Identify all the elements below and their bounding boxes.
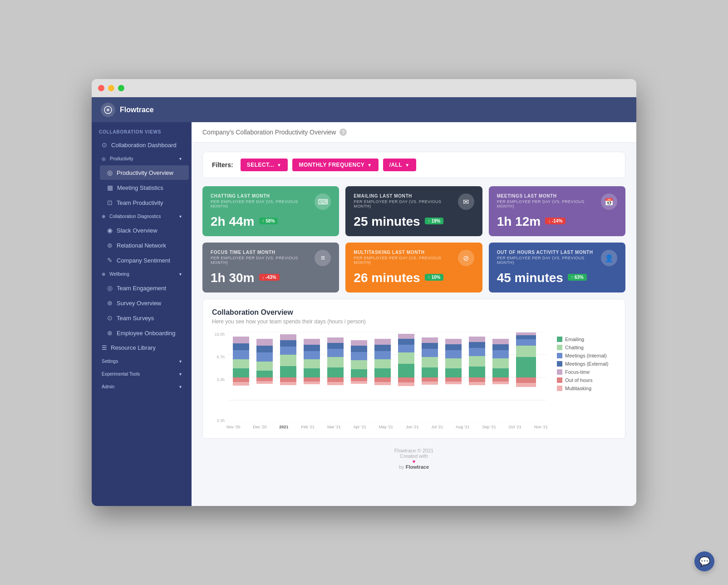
sidebar-item-productivity-overview[interactable]: ◎ Productivity Overview (100, 165, 189, 180)
sidebar-item-sentiment[interactable]: ✎ Company Sentiment (100, 253, 189, 268)
multitasking-value-row: 26 minutes ↑ 10% (354, 267, 474, 285)
svg-rect-82 (469, 377, 485, 382)
svg-rect-8 (233, 359, 249, 368)
sidebar-item-productivity-overview-label: Productivity Overview (117, 169, 173, 176)
svg-rect-27 (280, 382, 296, 385)
main-layout: COLLABORATION VIEWS ⊙ Collaboration Dash… (92, 122, 636, 506)
out-of-hours-badge: ↑ 63% (568, 274, 587, 281)
sidebar-group-productivity[interactable]: ◎ Productivity ▾ (94, 153, 189, 165)
sidebar-item-dashboard[interactable]: ⊙ Collaboration Dashboard (94, 138, 189, 152)
chevron-down-admin-icon: ▾ (179, 384, 182, 389)
x-label-apr21: Apr '21 (354, 425, 366, 429)
sidebar-group-wellbeing[interactable]: ⊛ Wellbeing ▾ (94, 268, 189, 280)
chart-title: Collaboration Overview (212, 308, 616, 317)
sidebar-item-resource-library-label: Resource Library (111, 344, 156, 351)
legend-meetings-external: Meetings (External) (557, 361, 616, 367)
metric-card-emailing-top: EMAILING LAST MONTH PER EMPLOYEE PER DAY… (354, 193, 474, 210)
svg-rect-88 (492, 339, 509, 344)
x-label-jul21: Jul '21 (432, 425, 443, 429)
svg-point-1 (107, 109, 109, 111)
select-filter-label: SELECT... (247, 162, 274, 168)
sidebar-item-team-productivity[interactable]: ⊡ Team Productivity (100, 195, 189, 210)
svg-rect-12 (233, 377, 249, 382)
metric-card-chatting: CHATTING LAST MONTH PER EMPLOYEE PER DAY… (202, 186, 339, 236)
metric-card-meetings-top: MEETINGS LAST MONTH PER EMPLOYEE PER DAY… (497, 193, 617, 210)
sidebar-group-diagnostics[interactable]: ⊕ Collaboration Diagnostics ▾ (94, 210, 189, 223)
sidebar-item-relational-network[interactable]: ⊚ Relational Network (100, 238, 189, 253)
sidebar-group-settings[interactable]: Settings ▾ (94, 355, 189, 367)
sidebar-item-resource-library[interactable]: ☰ Resource Library (94, 341, 189, 355)
sidebar-group-diagnostics-label: Collaboration Diagnostics (109, 214, 161, 219)
svg-rect-37 (327, 349, 344, 357)
metric-card-focus: FOCUS TIME LAST MONTH PER EMPLOYEE PER D… (202, 243, 339, 292)
svg-rect-50 (374, 359, 391, 368)
sidebar-group-admin[interactable]: Admin ▾ (94, 381, 189, 393)
emailing-subtitle: PER EMPLOYEE PER DAY (VS. PREVIOUS MONTH… (354, 199, 457, 208)
svg-rect-80 (469, 342, 485, 348)
out-of-hours-subtitle: PER EMPLOYEE PER DAY (VS. PREVIOUS MONTH… (497, 256, 601, 265)
maximize-button[interactable] (118, 85, 124, 91)
svg-rect-61 (398, 377, 414, 382)
frequency-filter-label: MONTHLY FREQUENCY (299, 162, 364, 168)
svg-rect-20 (256, 381, 273, 384)
chatting-icon: ⌨ (315, 193, 331, 210)
chat-button[interactable]: 💬 (694, 551, 714, 571)
close-button[interactable] (98, 85, 104, 91)
app-name: Flowtrace (120, 106, 154, 114)
svg-rect-63 (422, 367, 438, 377)
select-filter-button[interactable]: SELECT... ▼ (241, 159, 288, 171)
sidebar-experimental-label: Experimental Tools (102, 372, 140, 377)
all-filter-button[interactable]: /ALL ▼ (383, 159, 416, 171)
sidebar-item-relational-network-label: Relational Network (117, 242, 166, 249)
survey-overview-icon: ⊛ (107, 299, 113, 307)
svg-rect-34 (304, 382, 320, 384)
emailing-icon: ✉ (458, 193, 474, 210)
frequency-filter-button[interactable]: MONTHLY FREQUENCY ▼ (292, 159, 378, 171)
employee-onboarding-icon: ⊕ (107, 329, 113, 337)
out-of-hours-value: 45 minutes (497, 271, 563, 285)
legend-multitasking-dot (557, 386, 562, 391)
sidebar-group-experimental[interactable]: Experimental Tools ▾ (94, 368, 189, 380)
sidebar-item-team-engagement[interactable]: ◎ Team Engagement (100, 281, 189, 295)
svg-rect-13 (233, 382, 249, 386)
y-label-top: 10.0h (212, 332, 225, 337)
productivity-icon: ◎ (102, 156, 106, 161)
svg-rect-89 (492, 377, 509, 382)
chatting-value: 2h 44m (211, 214, 255, 229)
minimize-button[interactable] (108, 85, 114, 91)
page-header: Company's Collaboration Productivity Ove… (192, 122, 636, 143)
sidebar-item-survey-overview[interactable]: ⊛ Survey Overview (100, 296, 189, 310)
chevron-down-experimental-icon: ▾ (179, 372, 182, 377)
svg-rect-65 (422, 349, 438, 357)
multitasking-badge: ↑ 10% (425, 274, 444, 281)
metric-card-focus-info: FOCUS TIME LAST MONTH PER EMPLOYEE PER D… (211, 250, 315, 265)
sidebar-item-meeting-statistics[interactable]: ▦ Meeting Statistics (100, 180, 189, 195)
help-icon[interactable]: ? (339, 129, 347, 136)
svg-rect-84 (492, 368, 509, 377)
focus-value: 1h 30m (211, 271, 255, 285)
svg-rect-32 (304, 339, 320, 345)
sidebar-item-employee-onboarding[interactable]: ⊕ Employee Onboarding (100, 326, 189, 340)
chatting-value-row: 2h 44m ↑ 58% (211, 211, 331, 229)
sidebar-item-team-surveys[interactable]: ⊙ Team Surveys (100, 311, 189, 325)
dashboard-icon: ⊙ (102, 141, 107, 149)
sidebar-item-slack[interactable]: ◉ Slack Overview (100, 223, 189, 238)
sidebar: COLLABORATION VIEWS ⊙ Collaboration Dash… (92, 122, 192, 506)
svg-rect-41 (327, 382, 344, 385)
svg-rect-91 (516, 357, 536, 377)
x-label-oct21: Oct '21 (509, 425, 521, 429)
x-label-feb21: Feb '21 (301, 425, 315, 429)
svg-rect-62 (398, 382, 414, 386)
sentiment-icon: ✎ (107, 257, 113, 264)
svg-rect-23 (280, 347, 296, 355)
metric-cards-row-2: FOCUS TIME LAST MONTH PER EMPLOYEE PER D… (202, 243, 625, 292)
team-engagement-icon: ◎ (107, 284, 113, 292)
svg-rect-14 (256, 371, 273, 377)
x-label-nov20: Nov '20 (226, 425, 240, 429)
multitasking-title: MULTITASKING LAST MONTH (354, 250, 457, 255)
multitasking-value: 26 minutes (354, 271, 420, 285)
svg-rect-22 (280, 355, 296, 366)
svg-rect-33 (304, 377, 320, 382)
all-filter-arrow-icon: ▼ (405, 163, 409, 168)
svg-rect-48 (351, 381, 367, 384)
